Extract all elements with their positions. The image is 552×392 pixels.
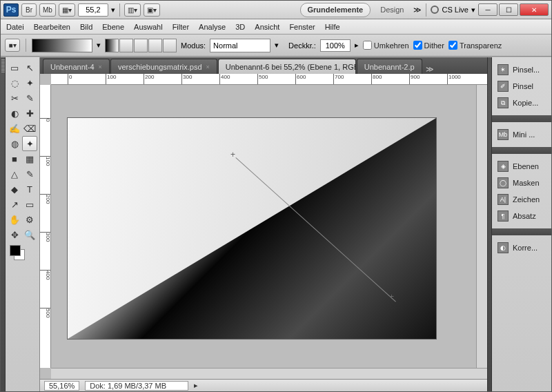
status-doc-info[interactable]: Dok: 1,69 MB/3,37 MB [85, 381, 188, 391]
doc-tab-active[interactable]: Unbenannt-6 bei 55,2% (Ebene 1, RGB/8) *… [218, 59, 356, 74]
doc-tab[interactable]: verschiebungsmatrix.psd× [110, 59, 217, 74]
menu-file[interactable]: Datei [6, 23, 24, 31]
panel-item[interactable]: ◈Ebenen [495, 158, 549, 175]
tool-blur[interactable]: ■ [7, 151, 22, 166]
reverse-checkbox[interactable]: Umkehren [363, 41, 409, 50]
menu-3d[interactable]: 3D [235, 23, 245, 31]
cslive-button[interactable]: CS Live ▾ [431, 6, 475, 14]
tool-history[interactable]: ⌫ [22, 121, 37, 136]
menu-filter[interactable]: Filter [172, 23, 189, 31]
panel-divider [492, 115, 551, 122]
color-swatch[interactable] [10, 245, 25, 260]
menu-image[interactable]: Bild [80, 23, 92, 31]
panel-item[interactable]: ◯Masken [495, 175, 549, 191]
tool-dodge[interactable]: ▦ [22, 151, 37, 166]
minibridge-button[interactable]: Mb [39, 3, 56, 17]
tool-crop[interactable]: ✂ [7, 90, 22, 106]
mode-field[interactable]: Normal [210, 39, 270, 52]
dropdown-icon[interactable]: ▸ [355, 41, 359, 50]
ruler-horizontal[interactable]: 01002003004005006007008009001000 [51, 74, 487, 85]
tool-heal[interactable]: ◐ [7, 106, 22, 121]
panel-item[interactable]: ¶Absatz [495, 208, 549, 224]
tool-wand[interactable]: ✦ [22, 75, 37, 90]
menu-analysis[interactable]: Analyse [199, 23, 226, 31]
tool-type[interactable]: ✎ [22, 166, 37, 182]
bridge-button[interactable]: Br [21, 3, 37, 17]
tool-gradient[interactable]: ✦ [22, 136, 37, 151]
close-button[interactable]: ✕ [520, 3, 549, 16]
panel-label: Mini ... [513, 130, 535, 139]
dither-checkbox[interactable]: Dither [413, 41, 444, 50]
screenmode-dropdown[interactable]: ▣▾ [144, 3, 160, 17]
menu-view[interactable]: Ansicht [255, 23, 279, 31]
gradient-reflected-button[interactable] [148, 39, 162, 52]
tool-move[interactable]: ▭ [7, 60, 22, 75]
menu-select[interactable]: Auswahl [134, 23, 163, 31]
panel-item[interactable]: ✶Pinsel... [495, 61, 549, 78]
tool-preset-dropdown[interactable]: ■▾ [5, 39, 20, 52]
transparency-checkbox[interactable]: Transparenz [448, 41, 502, 50]
arrange-dropdown[interactable]: ▥▾ [124, 3, 141, 17]
ruler-tick: 600 [295, 74, 306, 85]
vertical-scrollbar[interactable] [476, 85, 487, 368]
tool-shape[interactable]: T [22, 182, 37, 197]
close-icon[interactable]: × [99, 63, 102, 70]
left-dock-rail[interactable] [1, 57, 6, 391]
tabs-overflow-icon[interactable]: ≫ [426, 65, 434, 74]
horizontal-scrollbar[interactable] [51, 368, 487, 379]
status-zoom[interactable]: 55,16% [44, 381, 79, 391]
panel-item[interactable]: ⧉Kopie... [495, 95, 549, 111]
panel-label: Kopie... [513, 99, 538, 107]
dropdown-icon[interactable]: ▾ [111, 6, 115, 14]
gradient-radial-button[interactable] [119, 39, 133, 52]
gradient-linear-button[interactable] [105, 39, 119, 52]
tool-3dcam[interactable]: ▭ [22, 197, 37, 212]
tool-rotate[interactable]: ⚙ [22, 212, 37, 227]
close-icon[interactable]: × [206, 63, 210, 70]
dropdown-icon[interactable]: ▾ [275, 41, 279, 50]
opacity-field[interactable]: 100% [320, 39, 351, 52]
tool-zoom[interactable]: ✥ [7, 227, 22, 242]
workspace-more-icon[interactable]: ≫ [413, 6, 422, 14]
minimize-button[interactable]: ─ [478, 3, 497, 16]
menu-window[interactable]: Fenster [289, 23, 315, 31]
menu-bar: Datei Bearbeiten Bild Ebene Auswahl Filt… [1, 19, 551, 35]
workspace-design[interactable]: Design [373, 3, 411, 17]
dropdown-icon[interactable]: ▸ [194, 381, 198, 390]
tool-eraser[interactable]: ◍ [7, 136, 22, 151]
workspace-active[interactable]: Grundelemente [300, 3, 371, 17]
tool-eyedrop[interactable]: ✎ [22, 90, 37, 106]
panel-item[interactable]: ✐Pinsel [495, 78, 549, 95]
stage[interactable]: + + [51, 85, 476, 368]
zoom-level-field[interactable]: 55,2 [78, 3, 108, 17]
tool-hand[interactable]: ✋ [7, 212, 22, 227]
tool-path[interactable]: ◆ [7, 182, 22, 197]
maximize-button[interactable]: ☐ [499, 3, 518, 16]
menu-layer[interactable]: Ebene [102, 23, 124, 31]
tool-brush[interactable]: ✚ [22, 106, 37, 121]
tool-lasso[interactable]: ◌ [7, 75, 22, 90]
panel-item[interactable]: A|Zeichen [495, 191, 549, 208]
doc-tab[interactable]: Unbenannt-2.p [357, 59, 422, 74]
canvas[interactable] [68, 118, 436, 339]
tool-3d[interactable]: ↗ [7, 197, 22, 212]
menu-help[interactable]: Hilfe [325, 23, 340, 31]
right-dock-rail[interactable] [487, 57, 492, 391]
ruler-vertical[interactable]: 0100200300400500 [40, 85, 51, 368]
tool-extra[interactable]: 🔍 [22, 227, 37, 242]
fg-color[interactable] [10, 245, 21, 256]
panel-item[interactable]: ◐Korre... [495, 239, 549, 256]
gradient-preview[interactable] [32, 39, 92, 52]
layout-dropdown[interactable]: ▦▾ [59, 3, 75, 17]
doc-tab[interactable]: Unbenannt-4× [43, 59, 110, 74]
gradient-diamond-button[interactable] [163, 39, 177, 52]
ruler-tick: 0 [68, 74, 72, 85]
tool-pen[interactable]: △ [7, 166, 22, 182]
tool-select[interactable]: ↖ [22, 60, 37, 75]
tool-stamp[interactable]: ✍ [7, 121, 22, 136]
panel-item[interactable]: MbMini ... [495, 126, 549, 143]
dropdown-icon[interactable]: ▾ [97, 41, 101, 50]
gradient-angle-button[interactable] [134, 39, 148, 52]
menu-edit[interactable]: Bearbeiten [34, 23, 70, 31]
panel-icon: ◯ [497, 177, 509, 188]
